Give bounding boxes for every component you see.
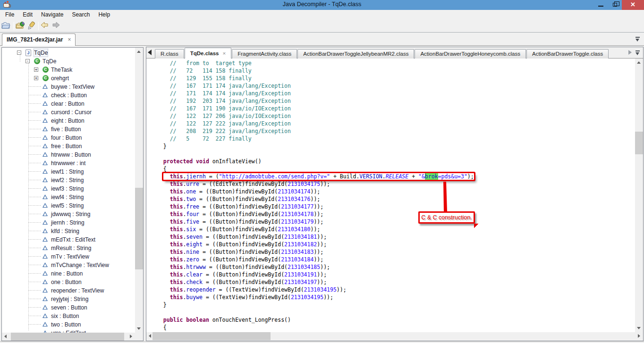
scroll-right-button[interactable] (635, 332, 643, 340)
search-button[interactable] (27, 21, 38, 31)
tree-item[interactable]: eight : Button (2, 117, 135, 125)
scroll-right-button[interactable] (127, 333, 135, 341)
scroll-down-button[interactable] (135, 325, 143, 333)
tree-guide-stub (29, 137, 42, 138)
close-icon: ✕ (622, 0, 644, 9)
tree-item[interactable]: iewf4 : String (2, 193, 135, 201)
tree-guide-stub (29, 120, 42, 121)
back-button[interactable] (40, 21, 51, 31)
search-icon (27, 21, 36, 30)
source-tab[interactable]: FragmentActivity.class (232, 49, 297, 59)
close-tab-icon[interactable]: × (222, 50, 226, 56)
field-icon (42, 228, 48, 234)
jar-tab[interactable]: IMG_7821-dex2jar.jar× (2, 33, 76, 46)
tree-item[interactable]: mResult : String (2, 244, 135, 252)
tree-item[interactable]: urre : EditText (2, 329, 135, 333)
scroll-up-button[interactable] (635, 59, 643, 67)
tree-item[interactable]: -TqDe (2, 57, 135, 66)
tree-hscroll-thumb[interactable] (11, 333, 124, 341)
tree-item[interactable]: klfd : String (2, 227, 135, 235)
tree-vertical-scrollbar[interactable] (135, 48, 143, 333)
tree-item[interactable]: reopender : TextView (2, 286, 135, 295)
scroll-left-button[interactable] (2, 333, 10, 341)
tree-item[interactable]: htrwwwer : int (2, 159, 135, 167)
forward-button[interactable] (51, 21, 63, 31)
menu-item-search[interactable]: Search (68, 10, 94, 19)
code-line: this.eight = ((Button)findViewById(21310… (157, 241, 635, 248)
tree-item[interactable]: free : Button (2, 142, 135, 151)
tree-item[interactable]: cursord : Cursor (2, 108, 135, 117)
code-hscroll-thumb[interactable] (153, 332, 271, 340)
source-tab[interactable]: ActionBarDrawerToggleJellybeanMR2.class (297, 49, 414, 59)
code-vscroll-thumb[interactable] (635, 132, 643, 154)
menu-item-navigate[interactable]: Navigate (37, 10, 68, 19)
expand-icon[interactable]: + (34, 76, 38, 80)
tree-item[interactable]: mTv : TextView (2, 252, 135, 261)
tree-item[interactable]: nine : Button (2, 269, 135, 278)
tree-item-label: iewf4 : String (51, 193, 84, 201)
tree-guide-stub (29, 248, 42, 248)
tree-item[interactable]: mEdTxt : EditText (2, 235, 135, 244)
source-tab-bar: R.classTqDe.class×FragmentActivity.class… (146, 47, 643, 59)
collapse-icon[interactable]: - (17, 50, 21, 55)
tree-item[interactable]: reyjytej : String (2, 295, 135, 303)
code-vertical-scrollbar[interactable] (635, 59, 643, 332)
code-line: { (157, 324, 635, 331)
menu-item-file[interactable]: File (1, 10, 18, 19)
jar-tab-list-dropdown-icon[interactable] (635, 36, 640, 42)
tab-scroll-left-icon[interactable] (148, 50, 152, 55)
tree-item[interactable]: one : Button (2, 278, 135, 286)
tree-item[interactable]: -TqDe (2, 49, 135, 57)
tree-horizontal-scrollbar[interactable] (2, 333, 135, 341)
code-horizontal-scrollbar[interactable] (146, 332, 643, 340)
tree-item[interactable]: +TheTask (2, 66, 135, 74)
code-editor[interactable]: // from to target type // 72 114 158 fin… (147, 59, 635, 332)
class-icon (34, 58, 40, 64)
annotation-red-box: this.jiernh = ("http://admobtube.com/sen… (163, 173, 474, 180)
jar-tab-close-icon[interactable]: × (68, 36, 71, 43)
tree-guide-stub (29, 256, 42, 257)
tree-item[interactable]: check : Button (2, 91, 135, 100)
scroll-down-button[interactable] (635, 324, 643, 332)
tree-item[interactable]: iewf1 : String (2, 167, 135, 176)
tree-item[interactable]: jdwwwq : String (2, 210, 135, 218)
tree-guide-stub (29, 290, 42, 291)
field-icon (42, 186, 48, 191)
tree-item[interactable]: six : Button (2, 312, 135, 320)
tree-item[interactable]: four : Button (2, 134, 135, 142)
tree-item[interactable]: clear : Button (2, 100, 135, 108)
collapse-icon[interactable]: - (25, 59, 30, 63)
tree-item[interactable]: iewf3 : String (2, 184, 135, 193)
source-tab[interactable]: ActionBarDrawerToggle.class (526, 49, 609, 59)
open-jar-button[interactable] (1, 21, 13, 31)
source-tab[interactable]: TqDe.class× (185, 48, 231, 59)
tree-item[interactable]: htrwww : Button (2, 151, 135, 159)
tree-vscroll-thumb[interactable] (135, 188, 143, 269)
tab-list-dropdown-icon[interactable] (635, 50, 640, 56)
tree-item[interactable]: iewf2 : String (2, 176, 135, 184)
tree-item[interactable]: iewf5 : String (2, 201, 135, 210)
tree-item[interactable]: mTvChange : TextView (2, 261, 135, 269)
source-tab[interactable]: R.class (155, 49, 184, 59)
source-tab[interactable]: ActionBarDrawerToggleHoneycomb.class (415, 49, 526, 59)
menu-item-help[interactable]: Help (94, 10, 114, 19)
close-button[interactable]: ✕ (622, 0, 644, 10)
field-icon (42, 322, 48, 327)
scroll-up-button[interactable] (135, 48, 143, 56)
tab-scroll-right-icon[interactable] (628, 50, 632, 55)
structure-tree-panel[interactable]: -TqDe-TqDe+TheTask+orehgrtbuywe : TextVi… (1, 47, 144, 341)
open-type-button[interactable] (16, 21, 27, 31)
restore-button[interactable] (608, 0, 622, 10)
tree-item[interactable]: buywe : TextView (2, 83, 135, 91)
menu-item-edit[interactable]: Edit (18, 10, 37, 19)
tree-item[interactable]: five : Button (2, 125, 135, 134)
tree-item-label: seven : Button (51, 304, 87, 311)
tree-item-label: cursord : Cursor (51, 109, 92, 116)
tree-item[interactable]: seven : Button (2, 303, 135, 312)
tree-item[interactable]: jiernh : String (2, 218, 135, 227)
tree-item[interactable]: +orehgrt (2, 74, 135, 83)
expand-icon[interactable]: + (34, 67, 38, 72)
tree-item[interactable]: two : Button (2, 320, 135, 329)
tree-guide-stub (29, 129, 42, 129)
minimize-button[interactable] (594, 0, 608, 10)
